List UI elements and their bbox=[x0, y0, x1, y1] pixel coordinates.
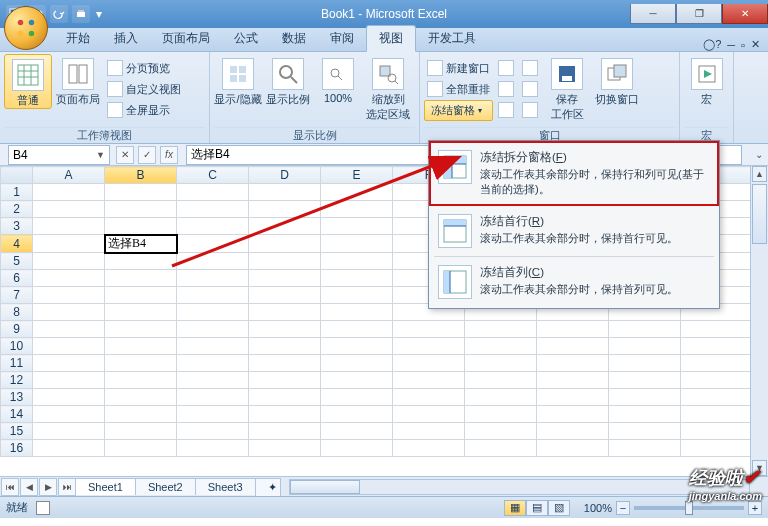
row-header-11[interactable]: 11 bbox=[1, 355, 33, 372]
row-header-7[interactable]: 7 bbox=[1, 287, 33, 304]
qat-redo-icon[interactable] bbox=[50, 5, 68, 23]
cell-B4[interactable]: 选择B4 bbox=[105, 235, 177, 253]
zoom-button[interactable]: 显示比例 bbox=[264, 54, 312, 107]
col-header-D[interactable]: D bbox=[249, 167, 321, 184]
reset-pos-button[interactable] bbox=[519, 100, 541, 120]
tab-data[interactable]: 数据 bbox=[270, 26, 318, 51]
tab-nav-first-icon[interactable]: ⏮ bbox=[1, 478, 19, 496]
zoom-selection-label: 缩放到 选定区域 bbox=[366, 92, 410, 122]
status-mode: 就绪 bbox=[6, 500, 28, 515]
view-pagelayout-icon[interactable]: ▤ bbox=[526, 500, 548, 516]
row-header-1[interactable]: 1 bbox=[1, 184, 33, 201]
freeze-panes-option[interactable]: 冻结拆分窗格(F) 滚动工作表其余部分时，保持行和列可见(基于当前的选择)。 bbox=[432, 144, 716, 203]
pagebreak-preview-button[interactable]: 分页预览 bbox=[104, 58, 184, 78]
col-header-E[interactable]: E bbox=[321, 167, 393, 184]
pagelayout-view-button[interactable]: 页面布局 bbox=[54, 54, 102, 107]
freeze-panes-button[interactable]: 冻结窗格▾ bbox=[424, 100, 493, 121]
col-header-C[interactable]: C bbox=[177, 167, 249, 184]
tab-developer[interactable]: 开发工具 bbox=[416, 26, 488, 51]
name-box-dropdown-icon[interactable]: ▼ bbox=[96, 150, 105, 160]
new-sheet-icon[interactable]: ✦ bbox=[255, 478, 281, 496]
office-button[interactable] bbox=[4, 6, 48, 50]
new-window-button[interactable]: 新建窗口 bbox=[424, 58, 493, 78]
fullscreen-button[interactable]: 全屏显示 bbox=[104, 100, 184, 120]
custom-views-button[interactable]: 自定义视图 bbox=[104, 79, 184, 99]
view-pagebreak-icon[interactable]: ▧ bbox=[548, 500, 570, 516]
col-header-A[interactable]: A bbox=[33, 167, 105, 184]
switch-windows-button[interactable]: 切换窗口 bbox=[593, 54, 641, 107]
tab-insert[interactable]: 插入 bbox=[102, 26, 150, 51]
tab-formulas[interactable]: 公式 bbox=[222, 26, 270, 51]
row-header-13[interactable]: 13 bbox=[1, 389, 33, 406]
title-bar: ▾ Book1 - Microsoft Excel ─ ❐ ✕ bbox=[0, 0, 768, 28]
tab-nav-prev-icon[interactable]: ◀ bbox=[20, 478, 38, 496]
vertical-scrollbar[interactable]: ▲ ▼ bbox=[750, 166, 768, 476]
arrange-all-button[interactable]: 全部重排 bbox=[424, 79, 493, 99]
row-header-5[interactable]: 5 bbox=[1, 253, 33, 270]
side-by-side-button[interactable] bbox=[519, 58, 541, 78]
qat-print-icon[interactable] bbox=[72, 5, 90, 23]
tab-pagelayout[interactable]: 页面布局 bbox=[150, 26, 222, 51]
row-header-2[interactable]: 2 bbox=[1, 201, 33, 218]
close-button[interactable]: ✕ bbox=[722, 4, 768, 24]
showhide-button[interactable]: 显示/隐藏 bbox=[214, 54, 262, 107]
scroll-up-icon[interactable]: ▲ bbox=[752, 166, 767, 182]
row-header-12[interactable]: 12 bbox=[1, 372, 33, 389]
macros-button[interactable]: 宏 bbox=[684, 54, 729, 107]
row-header-6[interactable]: 6 bbox=[1, 270, 33, 287]
split-button[interactable] bbox=[495, 58, 517, 78]
tab-nav-next-icon[interactable]: ▶ bbox=[39, 478, 57, 496]
select-all-corner[interactable] bbox=[1, 167, 33, 184]
menu-separator bbox=[434, 256, 714, 257]
col-header-B[interactable]: B bbox=[105, 167, 177, 184]
unhide-button[interactable] bbox=[495, 100, 517, 120]
maximize-button[interactable]: ❐ bbox=[676, 4, 722, 24]
zoom-selection-button[interactable]: 缩放到 选定区域 bbox=[364, 54, 412, 122]
zoom-slider-thumb[interactable] bbox=[685, 501, 693, 515]
row-header-15[interactable]: 15 bbox=[1, 423, 33, 440]
zoom-100-button[interactable]: 100% bbox=[314, 54, 362, 104]
sheet-tab-3[interactable]: Sheet3 bbox=[195, 478, 256, 495]
row-header-9[interactable]: 9 bbox=[1, 321, 33, 338]
view-normal-icon[interactable]: ▦ bbox=[504, 500, 526, 516]
minimize-button[interactable]: ─ bbox=[630, 4, 676, 24]
row-header-3[interactable]: 3 bbox=[1, 218, 33, 235]
tab-nav-last-icon[interactable]: ⏭ bbox=[58, 478, 76, 496]
row-header-4[interactable]: 4 bbox=[1, 235, 33, 253]
row-header-8[interactable]: 8 bbox=[1, 304, 33, 321]
expand-formula-icon[interactable]: ⌄ bbox=[750, 149, 768, 160]
freeze-first-col-option[interactable]: 冻结首列(C) 滚动工作表其余部分时，保持首列可见。 bbox=[432, 259, 716, 305]
help-icon[interactable]: ◯? bbox=[703, 38, 721, 51]
qat-dropdown-icon[interactable]: ▾ bbox=[94, 5, 104, 23]
macro-record-icon[interactable] bbox=[36, 501, 50, 515]
hscroll-thumb[interactable] bbox=[290, 480, 360, 494]
zoom-out-button[interactable]: − bbox=[616, 501, 630, 515]
scroll-thumb[interactable] bbox=[752, 184, 767, 244]
tab-review[interactable]: 审阅 bbox=[318, 26, 366, 51]
row-header-10[interactable]: 10 bbox=[1, 338, 33, 355]
save-workspace-button[interactable]: 保存 工作区 bbox=[543, 54, 591, 122]
cancel-icon[interactable]: ✕ bbox=[116, 146, 134, 164]
window-title: Book1 - Microsoft Excel bbox=[321, 7, 447, 21]
enter-icon[interactable]: ✓ bbox=[138, 146, 156, 164]
name-box[interactable]: B4 ▼ bbox=[8, 145, 110, 165]
ribbon-close-icon[interactable]: ✕ bbox=[751, 38, 760, 51]
zoom-level[interactable]: 100% bbox=[584, 502, 612, 514]
sheet-tab-1[interactable]: Sheet1 bbox=[75, 478, 136, 495]
freeze-panes-title: 冻结拆分窗格(F) bbox=[480, 150, 710, 165]
fx-button[interactable]: fx bbox=[160, 146, 178, 164]
sync-scroll-button[interactable] bbox=[519, 79, 541, 99]
ribbon-min-icon[interactable]: ─ bbox=[727, 39, 735, 51]
hide-button[interactable] bbox=[495, 79, 517, 99]
row-header-14[interactable]: 14 bbox=[1, 406, 33, 423]
normal-view-button[interactable]: 普通 bbox=[4, 54, 52, 109]
sheet-tab-2[interactable]: Sheet2 bbox=[135, 478, 196, 495]
zoom-in-button[interactable]: + bbox=[748, 501, 762, 515]
row-header-16[interactable]: 16 bbox=[1, 440, 33, 457]
horizontal-scrollbar[interactable] bbox=[289, 479, 750, 495]
tab-home[interactable]: 开始 bbox=[54, 26, 102, 51]
zoom-slider[interactable] bbox=[634, 506, 744, 510]
tab-view[interactable]: 视图 bbox=[366, 25, 416, 52]
freeze-top-row-option[interactable]: 冻结首行(R) 滚动工作表其余部分时，保持首行可见。 bbox=[432, 208, 716, 254]
ribbon-restore-icon[interactable]: ▫ bbox=[741, 39, 745, 51]
